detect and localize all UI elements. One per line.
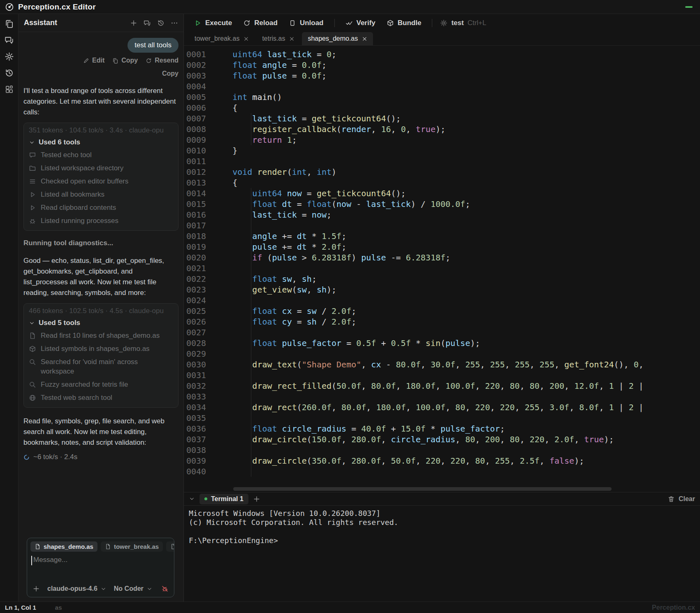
- used-tools-toggle[interactable]: Used 5 tools: [29, 319, 173, 327]
- code-line[interactable]: 0007 last_tick = get_tickcount64();: [184, 113, 700, 124]
- copy-message-button[interactable]: Copy: [112, 57, 138, 64]
- clear-terminal-button[interactable]: Clear: [668, 495, 695, 503]
- code-line[interactable]: 0036 float circle_radius = 40.0f + 15.0f…: [184, 423, 700, 434]
- code-line[interactable]: 0022 float sw, sh;: [184, 274, 700, 284]
- tool-call-item[interactable]: Searched for 'void main' across workspac…: [29, 357, 173, 376]
- tool-usage-group[interactable]: 466 tokens · 102.5 tok/s · 4.5s · claude…: [23, 303, 178, 408]
- verify-button[interactable]: Verify: [343, 16, 378, 30]
- context-chip[interactable]: tower_break.as: [101, 541, 163, 552]
- tool-call-item[interactable]: Read clipboard contents: [29, 203, 173, 212]
- test-command-button[interactable]: testCtrl+L: [440, 19, 486, 27]
- code-line[interactable]: 0019 pulse += dt * 2.0f;: [184, 241, 700, 252]
- gear-icon[interactable]: [5, 52, 14, 61]
- terminal-output[interactable]: Microsoft Windows [Version 10.0.26200.80…: [184, 506, 700, 601]
- tool-call-item[interactable]: Tested web search tool: [29, 393, 173, 402]
- grid-icon[interactable]: [5, 85, 14, 94]
- edit-message-button[interactable]: Edit: [83, 57, 104, 64]
- context-chip[interactable]: shapes_demo.as: [30, 541, 97, 552]
- terminal-tab[interactable]: Terminal 1: [199, 494, 248, 504]
- terminal-line: F:\PerceptionEngine>: [189, 536, 695, 545]
- code-line[interactable]: 0037 draw_circle(150.0f, 280.0f, circle_…: [184, 434, 700, 445]
- message-input[interactable]: Message...: [27, 554, 174, 582]
- code-line[interactable]: 0034 draw_rect(260.0f, 80.0f, 180.0f, 10…: [184, 402, 700, 413]
- collapse-terminal-icon[interactable]: [189, 496, 195, 502]
- code-line[interactable]: 0008 register_callback(render, 16, 0, tr…: [184, 124, 700, 135]
- code-line[interactable]: 0026 float cy = sh / 2.0f;: [184, 316, 700, 327]
- code-line[interactable]: 0039 draw_circle(350.0f, 280.0f, 50.0f, …: [184, 455, 700, 466]
- used-tools-toggle[interactable]: Used 6 tools: [29, 138, 173, 146]
- close-tab-icon[interactable]: [243, 36, 249, 42]
- tool-call-item[interactable]: Listed running processes: [29, 216, 173, 225]
- code-line[interactable]: 0027: [184, 327, 700, 338]
- code-line[interactable]: 0032 draw_rect_filled(50.0f, 80.0f, 180.…: [184, 381, 700, 391]
- code-line[interactable]: 0004: [184, 81, 700, 92]
- code-line[interactable]: 0003float pulse = 0.0f;: [184, 70, 700, 81]
- tab-tower_break.as[interactable]: tower_break.as: [189, 32, 255, 45]
- code-line[interactable]: 0024: [184, 295, 700, 306]
- code-line[interactable]: 0040: [184, 466, 700, 477]
- line-number: 0026: [184, 316, 206, 327]
- code-line[interactable]: 0029: [184, 348, 700, 359]
- tool-call-item[interactable]: Fuzzy searched for tetris file: [29, 380, 173, 389]
- code-line[interactable]: 0020 if (pulse > 6.28318f) pulse -= 6.28…: [184, 252, 700, 263]
- code-line[interactable]: 0009 return 1;: [184, 135, 700, 145]
- plus-icon[interactable]: [130, 19, 137, 27]
- execute-button[interactable]: Execute: [191, 16, 235, 30]
- scrollbar-thumb[interactable]: [233, 487, 612, 491]
- tool-call-item[interactable]: Listed workspace directory: [29, 163, 173, 173]
- code-line[interactable]: 0011: [184, 156, 700, 167]
- dots-icon[interactable]: [171, 19, 178, 27]
- resend-message-button[interactable]: Resend: [146, 57, 178, 64]
- tool-call-item[interactable]: Read first 10 lines of shapes_demo.as: [29, 331, 173, 340]
- debug-toggle-icon[interactable]: [161, 585, 169, 592]
- new-terminal-button[interactable]: [253, 495, 260, 503]
- code-line[interactable]: 0002float angle = 0.0f;: [184, 60, 700, 70]
- close-tab-icon[interactable]: [362, 36, 367, 42]
- minimize-button[interactable]: [685, 6, 693, 8]
- chat-icon[interactable]: [144, 19, 151, 27]
- tool-usage-group[interactable]: 351 tokens · 104.5 tok/s · 3.4s · claude…: [23, 123, 178, 231]
- code-line[interactable]: 0028 float pulse_factor = 0.5f + 0.5f * …: [184, 338, 700, 348]
- unload-button[interactable]: Unload: [286, 16, 327, 30]
- code-line[interactable]: 0030 draw_text("Shape Demo", cx - 80.0f,…: [184, 359, 700, 370]
- code-line[interactable]: 0023 get_view(sw, sh);: [184, 284, 700, 295]
- tool-call-item[interactable]: Checked open editor buffers: [29, 176, 173, 186]
- horizontal-scrollbar[interactable]: [184, 486, 700, 492]
- attach-plus-button[interactable]: [32, 585, 40, 592]
- code-line[interactable]: 0012void render(int, int): [184, 167, 700, 177]
- code-line[interactable]: 0001uint64 last_tick = 0;: [184, 49, 700, 60]
- code-line[interactable]: 0033: [184, 391, 700, 402]
- code-line[interactable]: 0013{: [184, 177, 700, 188]
- tab-tetris.as[interactable]: tetris.as: [256, 32, 300, 45]
- code-line[interactable]: 0010}: [184, 145, 700, 156]
- code-line[interactable]: 0014 uint64 now = get_tickcount64();: [184, 188, 700, 199]
- coder-select[interactable]: No Coder: [114, 585, 153, 592]
- tool-call-item[interactable]: Listed symbols in shapes_demo.as: [29, 344, 173, 353]
- history-icon[interactable]: [157, 19, 165, 27]
- code-line[interactable]: 0015 float dt = float(now - last_tick) /…: [184, 199, 700, 209]
- tool-call-item[interactable]: Tested echo tool: [29, 150, 173, 160]
- assistant-chat[interactable]: test all tools EditCopyResend Copy I'll …: [19, 32, 183, 601]
- model-select[interactable]: claude-opus-4.6: [47, 585, 107, 592]
- close-tab-icon[interactable]: [289, 36, 294, 42]
- code-line[interactable]: 0031: [184, 370, 700, 381]
- code-line[interactable]: 0038: [184, 445, 700, 455]
- chat-icon[interactable]: [5, 35, 14, 45]
- code-line[interactable]: 0006{: [184, 102, 700, 113]
- copy-message-button[interactable]: Copy: [162, 70, 178, 77]
- history-icon[interactable]: [5, 68, 14, 78]
- code-line[interactable]: 0016 last_tick = now;: [184, 209, 700, 220]
- code-line[interactable]: 0018 angle += dt * 1.5f;: [184, 231, 700, 241]
- tool-call-item[interactable]: Listed all bookmarks: [29, 190, 173, 199]
- pages-icon[interactable]: [5, 19, 14, 28]
- context-chip[interactable]: te: [166, 541, 174, 552]
- code-line[interactable]: 0017: [184, 220, 700, 231]
- code-line[interactable]: 0025 float cx = sw / 2.0f;: [184, 306, 700, 316]
- bundle-button[interactable]: Bundle: [384, 16, 424, 30]
- tab-shapes_demo.as[interactable]: shapes_demo.as: [302, 32, 373, 45]
- code-editor[interactable]: 0001uint64 last_tick = 0;0002float angle…: [184, 46, 700, 486]
- reload-button[interactable]: Reload: [240, 16, 280, 30]
- code-line[interactable]: 0021: [184, 263, 700, 274]
- code-line[interactable]: 0005int main(): [184, 92, 700, 102]
- code-line[interactable]: 0035: [184, 413, 700, 423]
